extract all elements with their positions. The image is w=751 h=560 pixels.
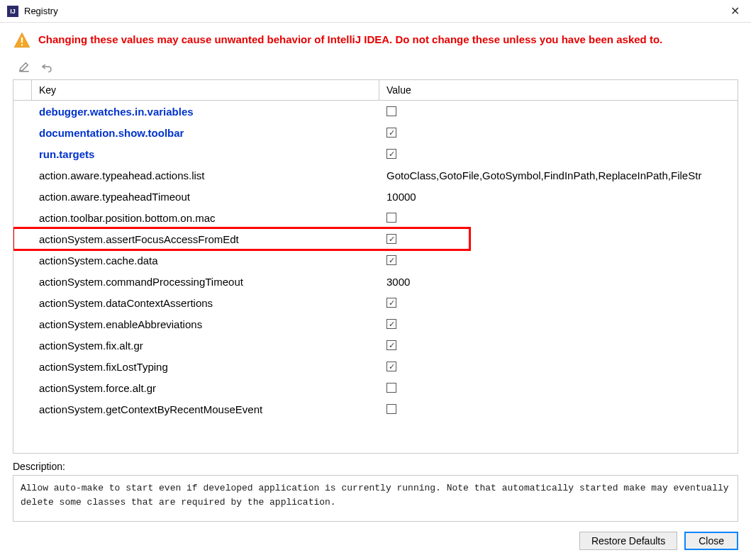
registry-key: actionSystem.getContextByRecentMouseEven…: [32, 403, 379, 415]
description-label: Description:: [13, 461, 738, 472]
registry-key: actionSystem.commandProcessingTimeout: [32, 276, 379, 288]
value-checkbox[interactable]: [386, 319, 396, 329]
window-title: Registry: [24, 6, 726, 16]
table-row[interactable]: actionSystem.commandProcessingTimeout300…: [13, 271, 738, 292]
value-checkbox[interactable]: [386, 234, 396, 244]
table-row[interactable]: actionSystem.fix.alt.gr: [13, 335, 738, 356]
edit-icon[interactable]: [17, 60, 31, 74]
column-header-value[interactable]: Value: [379, 80, 738, 100]
table-row[interactable]: documentation.show.toolbar: [13, 122, 738, 143]
registry-value[interactable]: [379, 340, 738, 350]
table-row[interactable]: actionSystem.fixLostTyping: [13, 356, 738, 377]
close-icon[interactable]: ✕: [726, 4, 744, 18]
registry-value[interactable]: [379, 234, 738, 244]
value-checkbox[interactable]: [386, 340, 396, 350]
column-header-key[interactable]: Key: [32, 80, 379, 100]
registry-key: actionSystem.assertFocusAccessFromEdt: [32, 233, 379, 245]
table-row[interactable]: action.aware.typeaheadTimeout10000: [13, 186, 738, 207]
registry-key: action.toolbar.position.bottom.on.mac: [32, 212, 379, 224]
warning-triangle-icon: [13, 31, 31, 50]
value-checkbox[interactable]: [386, 106, 396, 116]
registry-key: action.aware.typeaheadTimeout: [32, 191, 379, 203]
registry-value[interactable]: [379, 128, 738, 138]
table-row[interactable]: actionSystem.assertFocusAccessFromEdt: [13, 228, 738, 250]
registry-key: actionSystem.cache.data: [32, 254, 379, 267]
value-checkbox[interactable]: [386, 362, 396, 371]
registry-key: run.targets: [32, 148, 379, 160]
registry-value[interactable]: [379, 362, 738, 371]
registry-value[interactable]: GotoClass,GotoFile,GotoSymbol,FindInPath…: [379, 169, 738, 181]
warning-banner: Changing these values may cause unwanted…: [13, 31, 738, 50]
registry-key: documentation.show.toolbar: [32, 127, 379, 139]
registry-value[interactable]: [379, 319, 738, 329]
value-checkbox[interactable]: [386, 298, 396, 308]
table-row[interactable]: actionSystem.enableAbbreviations: [13, 313, 738, 335]
value-text: 10000: [386, 191, 416, 203]
revert-icon[interactable]: [40, 60, 54, 74]
value-checkbox[interactable]: [386, 149, 396, 159]
restore-defaults-button[interactable]: Restore Defaults: [579, 532, 677, 550]
registry-key: actionSystem.fix.alt.gr: [32, 340, 379, 352]
warning-text: Changing these values may cause unwanted…: [38, 31, 662, 47]
app-icon: IJ: [7, 6, 18, 17]
registry-value[interactable]: [379, 213, 738, 223]
value-checkbox[interactable]: [386, 404, 396, 414]
table-row[interactable]: action.aware.typeahead.actions.listGotoC…: [13, 164, 738, 186]
table-row[interactable]: run.targets: [13, 143, 738, 164]
registry-key: actionSystem.enableAbbreviations: [32, 318, 379, 330]
table-row[interactable]: actionSystem.force.alt.gr: [13, 377, 738, 398]
close-button[interactable]: Close: [684, 532, 738, 550]
registry-value[interactable]: [379, 383, 738, 393]
column-header-blank: [13, 80, 32, 100]
registry-key: actionSystem.dataContextAssertions: [32, 297, 379, 309]
titlebar: IJ Registry ✕: [0, 0, 751, 23]
value-checkbox[interactable]: [386, 383, 396, 393]
table-header: Key Value: [13, 80, 738, 101]
table-row[interactable]: actionSystem.cache.data: [13, 250, 738, 271]
value-text: 3000: [386, 276, 410, 288]
registry-value[interactable]: [379, 298, 738, 308]
value-text: GotoClass,GotoFile,GotoSymbol,FindInPath…: [386, 169, 701, 181]
registry-key: debugger.watches.in.variables: [32, 106, 379, 118]
registry-value[interactable]: [379, 255, 738, 265]
value-checkbox[interactable]: [386, 255, 396, 265]
table-row[interactable]: actionSystem.getContextByRecentMouseEven…: [13, 398, 738, 420]
registry-value[interactable]: [379, 106, 738, 116]
registry-key: actionSystem.fixLostTyping: [32, 361, 379, 373]
registry-key: action.aware.typeahead.actions.list: [32, 169, 379, 181]
registry-value[interactable]: [379, 404, 738, 414]
table-row[interactable]: action.toolbar.position.bottom.on.mac: [13, 207, 738, 228]
registry-value[interactable]: [379, 149, 738, 159]
svg-rect-1: [21, 44, 23, 45]
registry-key: actionSystem.force.alt.gr: [32, 382, 379, 394]
table-row[interactable]: actionSystem.dataContextAssertions: [13, 292, 738, 313]
value-checkbox[interactable]: [386, 213, 396, 223]
value-checkbox[interactable]: [386, 128, 396, 138]
table-body[interactable]: debugger.watches.in.variablesdocumentati…: [13, 101, 738, 453]
registry-value[interactable]: 3000: [379, 276, 738, 288]
svg-rect-0: [21, 38, 23, 43]
toolbar: [13, 57, 738, 79]
registry-table: Key Value debugger.watches.in.variablesd…: [13, 79, 738, 454]
registry-value[interactable]: 10000: [379, 191, 738, 203]
button-row: Restore Defaults Close: [13, 532, 738, 550]
description-box: Allow auto-make to start even if develop…: [13, 475, 738, 522]
table-row[interactable]: debugger.watches.in.variables: [13, 101, 738, 122]
